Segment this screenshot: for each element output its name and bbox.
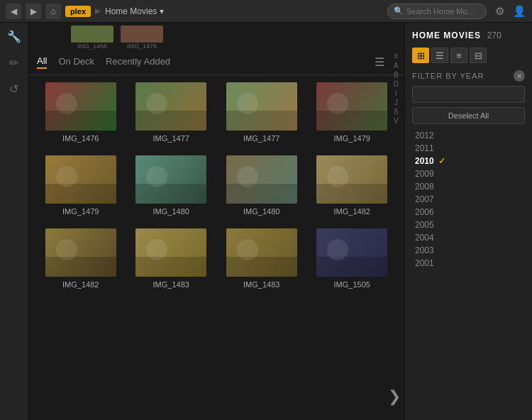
view-poster-button[interactable]: ⊟ (470, 48, 487, 63)
media-label: IMG_1479 (334, 134, 370, 143)
media-item[interactable]: IMG_1483 (133, 228, 210, 289)
left-sidebar: 🔧 ✏ ↺ (0, 23, 28, 420)
media-label: IMG_1477 (243, 134, 279, 143)
media-item[interactable]: IMG_1482 (43, 228, 119, 289)
year-item[interactable]: 2012 (412, 130, 525, 141)
forward-button[interactable]: ▶ (26, 4, 41, 19)
alpha-d[interactable]: D (394, 80, 399, 89)
media-label: IMG_1479 (62, 207, 99, 216)
media-label: IMG_1480 (153, 207, 189, 216)
back-button[interactable]: ◀ (6, 4, 21, 19)
media-label: IMG_1483 (243, 280, 279, 289)
filter-close-button[interactable]: ✕ (514, 70, 525, 82)
media-item[interactable]: IMG_1477 (223, 82, 300, 143)
hamburger-icon[interactable]: ☰ (375, 55, 384, 69)
media-item[interactable]: IMG_1477 (133, 82, 210, 143)
edit-icon[interactable]: ✏ (9, 56, 18, 70)
alpha-a[interactable]: A (394, 62, 399, 70)
view-buttons: ⊞ ☰ ≡ ⊟ (412, 48, 525, 63)
tab-recently-added[interactable]: Recently Added (106, 56, 170, 68)
alpha-b[interactable]: B (394, 71, 399, 79)
media-thumbnail (316, 228, 387, 277)
media-item[interactable]: IMG_1480 (133, 155, 210, 216)
content-area: IMG_1456 IMG_1476 All On Deck Recently A… (28, 23, 404, 420)
year-item[interactable]: 2006 (412, 206, 525, 218)
preview-item: IMG_1476 (121, 26, 163, 50)
view-grid-button[interactable]: ⊞ (412, 48, 429, 63)
media-label: IMG_1480 (243, 207, 279, 216)
media-item[interactable]: IMG_1483 (223, 228, 300, 289)
media-label: IMG_1483 (153, 280, 189, 289)
deselect-all-button[interactable]: Deselect All (412, 107, 525, 124)
breadcrumb-sep: ▶ (95, 6, 101, 16)
year-item[interactable]: 2010 ✓ (412, 155, 525, 167)
media-thumbnail (135, 82, 206, 131)
media-thumbnail (226, 155, 297, 204)
media-label: IMG_1476 (62, 134, 99, 143)
filter-title: FILTER BY YEAR (412, 72, 484, 80)
home-movies-label: Home Movies (105, 6, 157, 16)
library-breadcrumb[interactable]: Home Movies ▾ (105, 6, 164, 16)
preview-strip: IMG_1456 IMG_1476 (28, 23, 404, 50)
alpha-hash[interactable]: # (394, 52, 399, 61)
year-item[interactable]: 2004 (412, 232, 525, 243)
right-sidebar: HOME MOVIES 270 ⊞ ☰ ≡ ⊟ FILTER BY YEAR ✕… (404, 23, 532, 420)
search-input[interactable] (406, 7, 480, 16)
dropdown-icon: ▾ (160, 6, 164, 16)
sidebar-title: HOME MOVIES (412, 31, 481, 40)
view-detail-button[interactable]: ≡ (450, 48, 467, 63)
subnav: All On Deck Recently Added ☰ # A B D I J… (28, 50, 404, 75)
user-icon[interactable]: 👤 (513, 5, 526, 18)
media-thumbnail (45, 228, 116, 277)
media-thumbnail (45, 155, 116, 204)
year-item[interactable]: 2009 (412, 168, 525, 179)
alpha-index: # A B D I J S V (394, 52, 399, 126)
media-thumbnail (226, 228, 297, 277)
media-item[interactable]: IMG_1505 (314, 228, 391, 289)
year-item[interactable]: 2008 (412, 181, 525, 192)
media-label: IMG_1482 (62, 280, 99, 289)
media-item[interactable]: IMG_1476 (43, 82, 119, 143)
alpha-v[interactable]: V (394, 117, 399, 126)
alpha-j[interactable]: J (394, 99, 398, 107)
year-list: 201220112010 ✓20092008200720062005200420… (412, 130, 525, 269)
preview-label: IMG_1476 (127, 43, 157, 50)
wrench-icon[interactable]: 🔧 (7, 30, 21, 43)
year-item[interactable]: 2007 (412, 194, 525, 205)
home-button[interactable]: ⌂ (45, 4, 61, 19)
media-thumbnail (226, 82, 297, 131)
view-list-button[interactable]: ☰ (431, 48, 448, 63)
gear-icon[interactable]: ⚙ (495, 5, 504, 18)
media-thumbnail (45, 82, 116, 131)
media-grid: IMG_1476IMG_1477IMG_1477IMG_1479IMG_1479… (43, 82, 390, 289)
alpha-s[interactable]: S (394, 108, 399, 116)
year-item[interactable]: 2005 (412, 219, 525, 231)
media-label: IMG_1477 (153, 134, 189, 143)
grid-area: IMG_1476IMG_1477IMG_1477IMG_1479IMG_1479… (28, 75, 404, 420)
preview-label: IMG_1456 (77, 43, 107, 50)
media-item[interactable]: IMG_1480 (223, 155, 300, 216)
media-item[interactable]: IMG_1482 (314, 155, 391, 216)
media-thumbnail (316, 155, 387, 204)
media-thumbnail (135, 155, 206, 204)
tab-on-deck[interactable]: On Deck (58, 56, 94, 68)
year-item[interactable]: 2011 (412, 143, 525, 154)
sidebar-count: 270 (487, 31, 501, 40)
filter-header: FILTER BY YEAR ✕ (412, 70, 525, 82)
media-thumbnail (135, 228, 206, 277)
media-item[interactable]: IMG_1479 (314, 82, 391, 143)
search-icon: 🔍 (394, 6, 404, 16)
next-arrow[interactable]: ❯ (388, 387, 401, 406)
search-box[interactable]: 🔍 (387, 4, 487, 19)
main-layout: 🔧 ✏ ↺ IMG_1456 IMG_1476 All On Deck Rece… (0, 23, 532, 420)
media-item[interactable]: IMG_1479 (43, 155, 119, 216)
tab-all[interactable]: All (37, 55, 47, 69)
filter-search-input[interactable] (412, 86, 525, 103)
media-label: IMG_1505 (334, 280, 370, 289)
year-item[interactable]: 2001 (412, 258, 525, 269)
plex-logo: plex (65, 6, 91, 17)
refresh-icon[interactable]: ↺ (9, 82, 18, 96)
alpha-i[interactable]: I (395, 89, 397, 98)
filter-section: FILTER BY YEAR ✕ Deselect All 2012201120… (412, 70, 525, 269)
year-item[interactable]: 2003 (412, 245, 525, 256)
